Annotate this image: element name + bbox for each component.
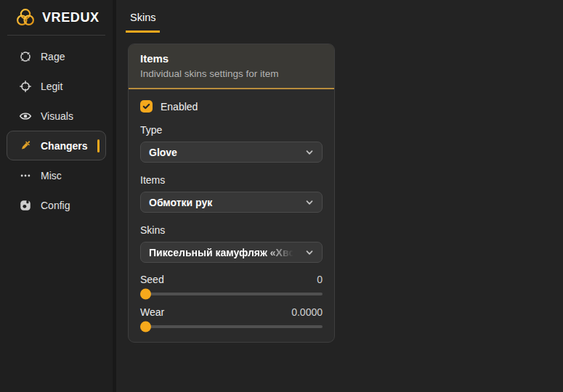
items-field: Items Обмотки рук: [140, 174, 323, 213]
tab-label: Skins: [130, 12, 155, 23]
sidebar-item-misc[interactable]: Misc: [7, 160, 106, 190]
type-label: Type: [140, 124, 323, 136]
items-settings-card: Items Individual skins settings for item…: [128, 44, 335, 343]
type-select[interactable]: Glove: [140, 142, 323, 163]
check-icon: [142, 100, 150, 113]
chevron-down-icon: [305, 248, 314, 257]
sidebar-item-label: Rage: [41, 51, 65, 62]
enabled-label: Enabled: [161, 101, 198, 113]
active-indicator-bar: [97, 139, 100, 152]
items-select-value: Обмотки рук: [149, 197, 299, 208]
sidebar-nav: Rage Legit Visuals: [0, 41, 113, 220]
knife-icon: [19, 139, 32, 152]
brand-name: VREDUX: [42, 10, 100, 25]
sidebar-item-label: Config: [41, 200, 70, 211]
card-body: Enabled Type Glove Items Обмотки рук: [129, 89, 334, 342]
save-icon: [19, 199, 32, 212]
wear-slider-track[interactable]: [140, 325, 323, 328]
sidebar-item-legit[interactable]: Legit: [7, 71, 106, 101]
wear-slider-group: Wear 0.0000: [140, 306, 323, 328]
wear-label: Wear: [140, 306, 164, 318]
sidebar-item-label: Legit: [41, 81, 62, 92]
enabled-checkbox[interactable]: [140, 100, 153, 113]
seed-slider-group: Seed 0: [140, 274, 323, 295]
tab-skins[interactable]: Skins: [126, 0, 160, 33]
seed-value: 0: [317, 274, 323, 285]
sidebar-item-visuals[interactable]: Visuals: [7, 101, 106, 131]
crosshair-icon: [19, 80, 32, 93]
main-content: Skins Items Individual skins settings fo…: [116, 0, 563, 392]
items-select[interactable]: Обмотки рук: [140, 192, 323, 213]
eye-icon: [19, 110, 32, 123]
items-label: Items: [140, 174, 323, 186]
type-field: Type Glove: [140, 124, 323, 163]
skins-label: Skins: [140, 224, 323, 236]
seed-slider-thumb[interactable]: [140, 289, 151, 300]
enabled-checkbox-row[interactable]: Enabled: [140, 100, 323, 113]
sidebar-item-label: Visuals: [41, 110, 73, 122]
tab-bar: Skins: [116, 0, 563, 33]
skins-field: Skins Пиксельный камуфляж «Хвоя»: [140, 224, 323, 263]
sidebar-item-rage[interactable]: Rage: [7, 41, 106, 71]
wear-value: 0.0000: [291, 306, 323, 318]
sidebar-item-label: Changers: [41, 140, 88, 152]
sidebar: VREDUX Rage Legit: [0, 0, 116, 392]
card-title: Items: [140, 52, 323, 65]
seed-slider-track[interactable]: [140, 293, 323, 295]
card-header: Items Individual skins settings for item: [129, 44, 334, 89]
sidebar-item-config[interactable]: Config: [7, 190, 106, 220]
chevron-down-icon: [305, 198, 314, 207]
skins-select-value: Пиксельный камуфляж «Хвоя»: [149, 247, 299, 258]
wear-slider-thumb[interactable]: [140, 322, 151, 332]
chevron-down-icon: [305, 148, 314, 157]
sidebar-item-changers[interactable]: Changers: [7, 131, 106, 160]
logo: VREDUX: [0, 0, 113, 35]
sidebar-item-label: Misc: [41, 170, 62, 181]
triquetra-logo-icon: [15, 7, 36, 28]
reticle-icon: [19, 50, 32, 63]
card-subtitle: Individual skins settings for item: [140, 68, 323, 79]
ellipsis-icon: [19, 169, 32, 182]
type-select-value: Glove: [149, 147, 299, 158]
seed-label: Seed: [140, 274, 164, 285]
skins-select[interactable]: Пиксельный камуфляж «Хвоя»: [140, 242, 323, 263]
sidebar-divider: [7, 35, 105, 36]
